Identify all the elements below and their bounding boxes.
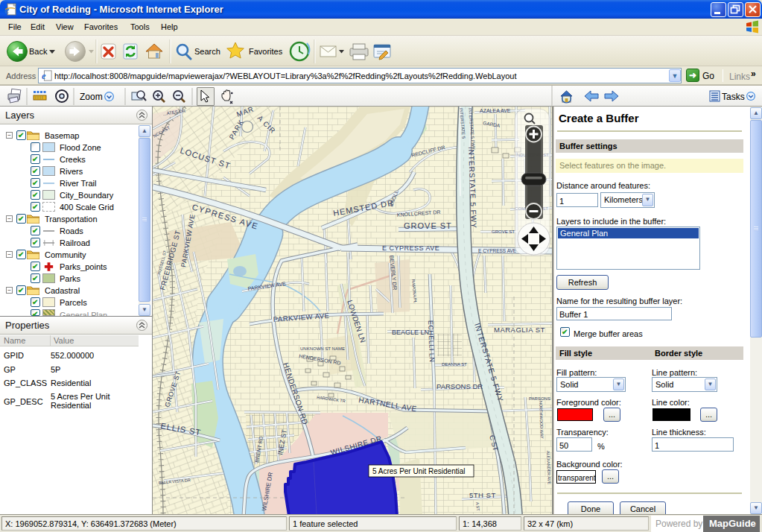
- svg-text:E CYPRESS AVE: E CYPRESS AVE: [382, 244, 439, 252]
- svg-text:PARSONS DR: PARSONS DR: [436, 382, 483, 390]
- svg-text:MARAGLIA ST: MARAGLIA ST: [494, 326, 545, 334]
- svg-text:BEAGLE LN: BEAGLE LN: [392, 329, 429, 336]
- svg-text:e: e: [42, 71, 46, 81]
- svg-text:GROVE ST: GROVE ST: [492, 229, 515, 234]
- svg-text:AZALEA AVE: AZALEA AVE: [480, 108, 511, 113]
- svg-text:GROVE ST: GROVE ST: [404, 221, 452, 230]
- svg-text:e: e: [4, 4, 9, 16]
- svg-text:Search: Search: [194, 47, 220, 56]
- svg-text:5 Acres Per Unit Residential: 5 Acres Per Unit Residential: [372, 467, 466, 475]
- svg-text:5TH ST: 5TH ST: [469, 491, 496, 499]
- svg-text:DEANNA ST: DEANNA ST: [442, 362, 467, 367]
- svg-text:UNKNOWN ST NAME: UNKNOWN ST NAME: [300, 346, 345, 351]
- svg-text:Back: Back: [29, 47, 48, 56]
- svg-text:ECHELLI LN: ECHELLI LN: [427, 320, 436, 363]
- svg-text:E CYPRESS AVE: E CYPRESS AVE: [478, 248, 517, 253]
- svg-text:Favorites: Favorites: [249, 47, 283, 56]
- svg-text:A ST: A ST: [475, 502, 480, 512]
